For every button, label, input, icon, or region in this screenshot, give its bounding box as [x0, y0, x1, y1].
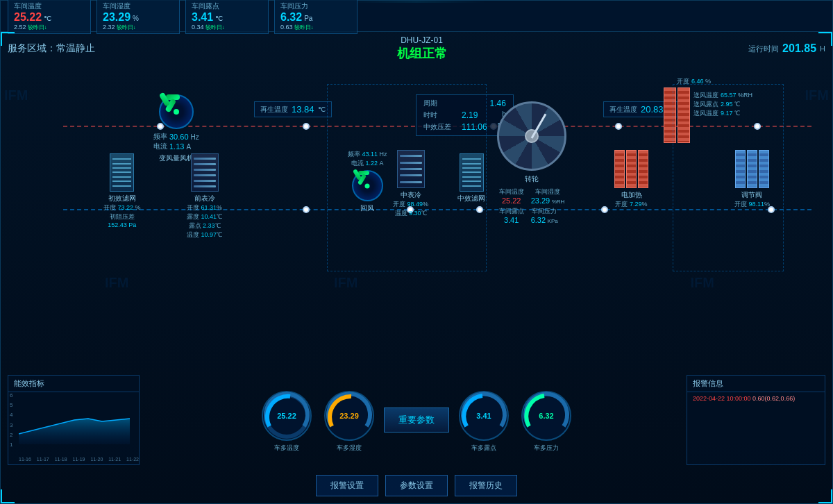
room-temp-label: 车间温度: [14, 1, 85, 11]
node-4: [615, 123, 622, 130]
mid-cool-icon: [397, 150, 425, 188]
front-cool-temp: 10.97: [201, 231, 217, 238]
warning-panel-title: 报警信息: [687, 376, 825, 392]
send-temp: 65.57: [721, 92, 737, 99]
runtime-value: 201.85: [782, 42, 816, 55]
mid-pressure-label: 中效压差: [423, 122, 451, 132]
adjust-valve-name: 调节阀: [741, 190, 762, 200]
param-settings-button[interactable]: 参数设置: [385, 475, 448, 496]
room-dew-unit: ℃: [215, 15, 223, 22]
wheel-room-pressure-val: 6.32: [531, 216, 546, 224]
open-top-label: 开度: [677, 78, 689, 85]
wheel-room-temp-label: 车间温度: [499, 188, 524, 195]
room-dew-label: 车间露点: [192, 1, 262, 11]
gauge-2-label: 车多湿度: [337, 444, 362, 453]
svg-text:25.22: 25.22: [277, 412, 296, 420]
wheel-room-dew-val: 3.41: [504, 216, 519, 224]
wheel-name: 转轮: [525, 174, 539, 184]
initial-open-value: 73.22: [118, 204, 134, 211]
electric-heat-component: 电加热 开度 7.29%: [614, 150, 648, 209]
mid-filter-component: 中效滤网: [457, 153, 485, 203]
gauge-3-svg: 3.41: [456, 388, 512, 444]
top-right-coil: 开度 6.46 % 送风温度 65.57 %RH 送风露点 2.95 ℃ 送风温…: [664, 87, 690, 143]
room-temp-value: 25.22: [14, 11, 42, 24]
gauge-row: 25.22 车多温度 23.29 车多湿度 重要参数: [259, 388, 574, 453]
return-fan-component: 频率 43.11 Hz 电流 1.22 A 回风: [348, 150, 387, 213]
alarm-settings-button[interactable]: 报警设置: [316, 475, 378, 496]
room-temp-trend: 较昨日↓: [28, 24, 47, 31]
mid-cool-temp: 9.30: [409, 210, 421, 217]
room-dew-value: 3.41: [192, 11, 213, 24]
main-content: IFM IFM IFM IFM IFM 服务区域：常温静止 DHU-JZ-01 …: [1, 32, 832, 503]
mid-pressure-value: 111.06: [462, 122, 487, 132]
return-fan-name: 回风: [360, 203, 374, 213]
valve-open: 98.11: [748, 201, 764, 208]
regen-temp2-label: 再生温度: [609, 105, 637, 115]
mid-cool-component: 中表冷 开度 98.49% 温度 9.30℃: [393, 150, 428, 218]
corner-bl: [1, 489, 15, 503]
return-freq: 43.11: [362, 151, 378, 158]
fan-freq-value: 30.60: [169, 133, 189, 141]
y-label-1: 1: [10, 442, 12, 448]
fan-current-value: 1.13: [169, 142, 184, 151]
electric-heat-name: 电加热: [621, 190, 642, 200]
service-area-text: 服务区域：常温静止: [8, 42, 95, 55]
room-temp-card: 车间温度 25.22 ℃ 2.52 较昨日↓: [8, 0, 91, 34]
room-humidity-value: 23.29: [103, 11, 131, 24]
gauge-2-svg: 23.29: [321, 388, 377, 444]
y-label-4: 4: [10, 412, 12, 418]
chart-svg: [19, 392, 135, 444]
room-temp-sub: 2.52: [14, 24, 26, 31]
gauge-1-label: 车多温度: [274, 444, 299, 453]
key-params-button[interactable]: 重要参数: [384, 408, 449, 432]
send-dew: 2.95: [721, 101, 733, 108]
front-cool-name: 前表冷: [194, 194, 215, 203]
front-cool-icon: [191, 153, 219, 192]
svg-text:6.32: 6.32: [539, 412, 553, 420]
wheel-hand: [531, 114, 547, 139]
corner-br: [818, 489, 832, 503]
y-label-2: 2: [10, 432, 12, 438]
mid-cool-open: 98.49: [407, 201, 423, 208]
fan-freq-unit: Hz: [191, 133, 199, 141]
return-current: 1.22: [366, 160, 378, 167]
bottom-buttons-area: 报警设置 参数设置 报警历史: [316, 475, 517, 496]
adjust-valve-icon: [735, 150, 769, 188]
front-cool-component: 前表冷 开度 61.31% 露度 10.41℃ 露点 2.33℃ 温度 10.9…: [187, 153, 222, 240]
electric-heat-icon: [614, 150, 648, 188]
runtime-info: 运行时间 201.85 H: [748, 42, 825, 55]
initial-open-label: 开度: [103, 204, 116, 211]
open-top-value: 6.46: [691, 78, 704, 85]
energy-panel: 能效指标 6 5 4 3 2 1: [8, 375, 140, 465]
alarm-history-button[interactable]: 报警历史: [455, 475, 517, 496]
gauge-area: 25.22 车多温度 23.29 车多湿度 重要参数: [212, 375, 621, 465]
room-humidity-card: 车间湿度 23.29 % 2.32 较昨日↓: [96, 0, 180, 34]
regen-temp2-value: 20.83: [641, 104, 664, 115]
y-label-6: 6: [10, 392, 12, 398]
wheel-room-humidity-label: 车间湿度: [535, 188, 560, 195]
gauge-2: 23.29 车多湿度: [321, 388, 377, 453]
energy-panel-title: 能效指标: [8, 376, 139, 392]
room-pressure-label: 车间压力: [280, 1, 351, 11]
warning-item-1: 2022-04-22 10:00:00 0.60(0.62,0.66): [687, 392, 825, 405]
room-dew-sub: 0.34: [192, 24, 204, 31]
x-label-3: 11-19: [73, 457, 85, 462]
return-temp: 9.17: [721, 110, 733, 117]
corner-tr: [818, 32, 832, 46]
node-5: [754, 123, 761, 130]
x-label-0: 11-16: [19, 457, 31, 462]
x-label-6: 11-22: [126, 457, 139, 462]
room-pressure-card: 车间压力 6.32 Pa 0.63 较昨日↓: [274, 0, 357, 34]
wheel-room-temp-val: 25.22: [502, 196, 521, 205]
wheel-component: 转轮 车间温度 25.22 车间湿度 23.29 %RH: [497, 101, 566, 224]
x-label-5: 11-21: [108, 457, 121, 462]
mid-filter-name: 中效滤网: [457, 194, 485, 203]
front-cool-open: 61.31: [201, 204, 217, 211]
svg-text:3.41: 3.41: [476, 412, 491, 420]
corner-tl: [1, 32, 15, 46]
room-temp-unit: ℃: [44, 15, 51, 22]
time-value: 2.19: [462, 110, 478, 120]
fan-current-label: 电流: [153, 142, 167, 151]
mid-filter-icon: [460, 153, 484, 192]
y-label-5: 5: [10, 402, 12, 408]
